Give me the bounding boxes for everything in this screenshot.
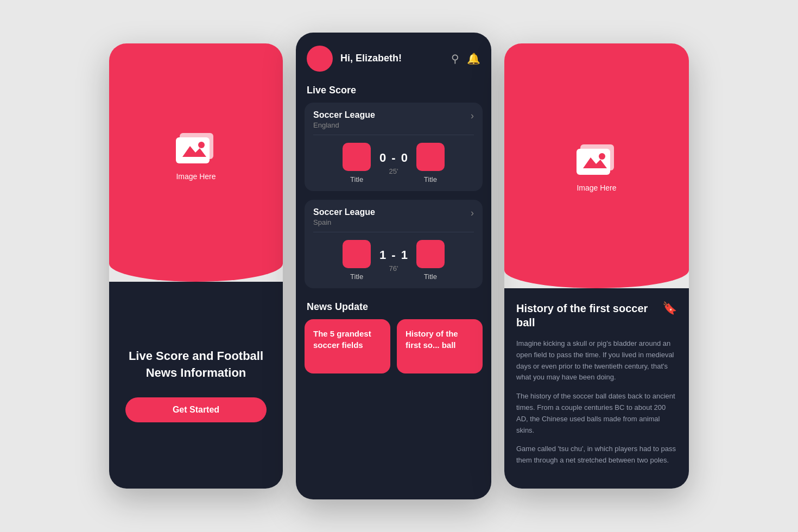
away-score-england: 0 [401, 151, 408, 165]
league-header-england: Soccer League England › [313, 110, 474, 129]
image-placeholder-icon [172, 129, 220, 167]
league-card-spain: Soccer League Spain › Title 1 - 1 76 [305, 200, 483, 288]
league-country-spain: Spain [313, 218, 375, 226]
news-card-2[interactable]: History of the first so... ball [397, 319, 483, 373]
league-arrow-spain[interactable]: › [471, 207, 474, 219]
league-header-spain: Soccer League Spain › [313, 207, 474, 226]
article-paragraph-1: Imagine kicking a skull or pig's bladder… [516, 338, 677, 383]
score-england: 0 - 0 [379, 151, 408, 165]
away-title-england: Title [424, 175, 437, 183]
league-name-spain: Soccer League [313, 207, 375, 217]
article-image-placeholder: Image Here [572, 140, 621, 192]
away-logo-england [416, 143, 445, 171]
splash-top: Image Here [109, 43, 283, 282]
splash-tagline: Live Score and Football News Information [125, 348, 267, 382]
get-started-button[interactable]: Get Started [125, 397, 267, 422]
splash-screen: Image Here Live Score and Football News … [109, 43, 283, 489]
away-title-spain: Title [424, 273, 437, 281]
league-info-spain: Soccer League Spain [313, 207, 375, 226]
league-arrow-england[interactable]: › [471, 110, 474, 122]
article-body: Imagine kicking a skull or pig's bladder… [516, 338, 677, 466]
article-top-image: Image Here [504, 43, 689, 288]
svg-point-2 [198, 142, 205, 148]
news-card-2-text: History of the first so... ball [406, 329, 458, 350]
away-team-spain: Title [416, 240, 445, 281]
home-team-spain: Title [343, 240, 371, 281]
home-title-spain: Title [350, 273, 363, 281]
splash-bottom: Live Score and Football News Information… [109, 282, 283, 489]
news-update-title: News Update [296, 297, 491, 319]
greeting-text: Hi, Elizabeth! [340, 52, 444, 65]
news-card-1[interactable]: The 5 grandest soccer fields [305, 319, 390, 373]
splash-image-placeholder: Image Here [172, 129, 220, 181]
score-spain: 1 - 1 [379, 248, 408, 262]
splash-image-label: Image Here [176, 172, 216, 181]
home-logo-england [343, 143, 371, 171]
screens-container: Image Here Live Score and Football News … [87, 11, 711, 521]
score-dash-spain: - [391, 248, 395, 262]
article-title: History of the first soccer ball [516, 301, 662, 330]
greeting-block: Hi, Elizabeth! [340, 52, 444, 65]
away-logo-spain [416, 240, 445, 268]
article-image-icon [572, 140, 621, 178]
league-card-england: Soccer League England › Title 0 - 0 [305, 103, 483, 191]
search-icon[interactable]: ⚲ [451, 52, 459, 65]
league-name-england: Soccer League [313, 110, 375, 120]
live-score-title: Live Score [296, 80, 491, 103]
match-row-spain: Title 1 - 1 76' Title [313, 240, 474, 281]
home-score-spain: 1 [379, 248, 386, 262]
home-logo-spain [343, 240, 371, 268]
user-avatar [307, 46, 333, 72]
bookmark-icon[interactable]: 🔖 [662, 301, 677, 315]
away-score-spain: 1 [401, 248, 408, 262]
news-card-1-text: The 5 grandest soccer fields [313, 329, 371, 350]
league-info-england: Soccer League England [313, 110, 375, 129]
league-country-england: England [313, 121, 375, 129]
app-header: Hi, Elizabeth! ⚲ 🔔 [296, 33, 491, 80]
home-score-england: 0 [379, 151, 386, 165]
minute-england: 25' [389, 167, 398, 175]
article-header: History of the first soccer ball 🔖 [516, 301, 677, 330]
header-icons: ⚲ 🔔 [451, 52, 480, 65]
article-image-label: Image Here [577, 183, 616, 192]
article-paragraph-3: Game called 'tsu chu', in which players … [516, 444, 677, 466]
notification-icon[interactable]: 🔔 [467, 52, 480, 65]
match-row-england: Title 0 - 0 25' Title [313, 143, 474, 183]
article-paragraph-2: The history of the soccer ball dates bac… [516, 391, 677, 436]
main-app-screen: Hi, Elizabeth! ⚲ 🔔 Live Score Soccer Lea… [296, 33, 491, 499]
home-team-england: Title [343, 143, 371, 183]
away-team-england: Title [416, 143, 445, 183]
score-block-england: 0 - 0 25' [379, 151, 408, 175]
league-divider-england [313, 135, 474, 135]
article-screen: Image Here History of the first soccer b… [504, 43, 689, 489]
home-title-england: Title [350, 175, 363, 183]
minute-spain: 76' [389, 264, 398, 273]
score-dash-england: - [391, 151, 395, 165]
article-content: History of the first soccer ball 🔖 Imagi… [504, 288, 689, 489]
league-divider-spain [313, 232, 474, 232]
svg-point-5 [599, 153, 605, 160]
score-block-spain: 1 - 1 76' [379, 248, 408, 273]
news-cards-row: The 5 grandest soccer fields History of … [296, 319, 491, 373]
